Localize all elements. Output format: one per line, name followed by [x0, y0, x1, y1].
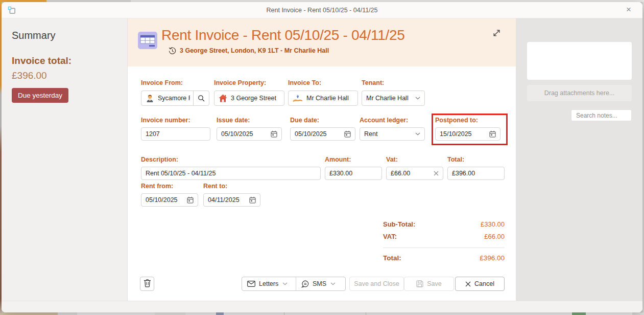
screen: Rent Invoice - Rent 05/10/25 - 04/11/25 … — [0, 0, 644, 315]
envelope-icon — [247, 281, 255, 287]
description-value: Rent 05/10/25 - 04/11/25 — [146, 170, 316, 177]
invoice-total-label: Invoice total: — [12, 55, 71, 66]
rent-invoice-dialog: Rent Invoice - Rent 05/10/25 - 04/11/25 … — [2, 2, 642, 312]
amount-label: Amount: — [325, 156, 351, 163]
invoice-table-icon — [138, 32, 157, 51]
send-buttons-group: Letters SMS — [242, 277, 346, 291]
chevron-down-icon — [415, 97, 420, 100]
due-date-field[interactable]: 05/10/2025 — [290, 127, 355, 141]
rent-to-value: 04/11/2025 — [208, 196, 246, 204]
vat-total-label: VAT: — [383, 233, 397, 240]
clear-x-icon[interactable] — [434, 171, 439, 176]
calendar-icon[interactable] — [249, 196, 256, 204]
invoice-property-field[interactable]: 3 George Street — [214, 91, 284, 106]
tenant-label: Tenant: — [362, 79, 384, 86]
due-date-label: Due date: — [290, 117, 319, 124]
letters-button[interactable]: Letters — [242, 277, 296, 290]
sms-button[interactable]: SMS — [296, 277, 345, 290]
grand-total-value: £396.00 — [480, 254, 505, 262]
rent-from-field[interactable]: 05/10/2025 — [141, 193, 198, 207]
save-and-close-label: Save and Close — [354, 280, 399, 287]
invoice-from-value: Sycamore R — [158, 95, 190, 102]
issue-date-label: Issue date: — [217, 117, 250, 124]
account-ledger-dropdown[interactable]: Rent — [360, 127, 425, 141]
hand-give-icon — [293, 94, 303, 102]
rent-from-label: Rent from: — [141, 183, 173, 190]
invoice-property-label: Invoice Property: — [214, 79, 266, 86]
chevron-down-icon[interactable] — [330, 282, 336, 285]
issue-date-value: 05/10/2025 — [221, 130, 268, 138]
calendar-icon[interactable] — [344, 130, 351, 138]
line-total-value: £396.00 — [452, 170, 500, 177]
floppy-disk-icon — [416, 280, 423, 287]
vat-field[interactable]: £66.00 — [386, 167, 443, 180]
person-icon — [146, 94, 154, 103]
rent-to-label: Rent to: — [203, 183, 227, 190]
save-button[interactable]: Save — [404, 277, 454, 291]
invoice-to-field[interactable]: Mr Charlie Hall — [288, 91, 358, 106]
vat-value: £66.00 — [391, 170, 431, 177]
invoice-to-label: Invoice To: — [288, 79, 321, 86]
subtotal-value: £330.00 — [481, 220, 505, 228]
calendar-icon[interactable] — [271, 130, 277, 138]
postponed-to-field[interactable]: 15/10/2025 — [435, 127, 500, 141]
grand-total-label: Total: — [383, 254, 401, 262]
description-field[interactable]: Rent 05/10/25 - 04/11/25 — [141, 167, 321, 180]
titlebar: Rent Invoice - Rent 05/10/25 - 04/11/25 … — [2, 2, 642, 18]
totals-divider — [383, 248, 505, 248]
vat-total-value: £66.00 — [484, 233, 505, 240]
expand-diagonal-icon[interactable] — [492, 29, 502, 38]
speech-bubble-icon — [301, 280, 309, 288]
amount-field[interactable]: £330.00 — [325, 167, 382, 180]
save-and-close-button[interactable]: Save and Close — [349, 277, 404, 291]
vat-label: Vat: — [386, 156, 398, 163]
search-notes-input[interactable] — [571, 109, 632, 121]
invoice-from-field[interactable]: Sycamore R — [141, 91, 209, 106]
line-total-field[interactable]: £396.00 — [447, 167, 505, 180]
invoice-total-value: £396.00 — [12, 70, 47, 81]
tenant-dropdown[interactable]: Mr Charlie Hall — [362, 91, 425, 106]
window-title: Rent Invoice - Rent 05/10/25 - 04/11/25 — [2, 2, 642, 18]
invoice-form-panel: Rent Invoice - Rent 05/10/25 - 04/11/25 … — [128, 18, 516, 301]
invoice-number-label: Invoice number: — [141, 117, 190, 124]
notes-panel: Drag attachments here... — [516, 18, 642, 301]
attachments-drop-zone[interactable]: Drag attachments here... — [527, 85, 632, 101]
drop-hint: Drag attachments here... — [544, 89, 615, 97]
window-footer — [2, 301, 642, 312]
calendar-icon[interactable] — [187, 196, 194, 204]
invoice-property-value: 3 George Street — [231, 95, 280, 102]
amount-value: £330.00 — [329, 170, 377, 177]
account-ledger-value: Rent — [364, 130, 412, 138]
issue-date-field[interactable]: 05/10/2025 — [217, 127, 282, 141]
postponed-to-value: 15/10/2025 — [440, 130, 486, 138]
trash-icon — [144, 279, 151, 289]
rent-from-value: 05/10/2025 — [146, 196, 184, 204]
invoice-header: Rent Invoice - Rent 05/10/25 - 04/11/25 … — [128, 18, 516, 66]
save-label: Save — [427, 280, 442, 287]
postponed-to-label: Postponed to: — [435, 117, 478, 124]
invoice-from-label: Invoice From: — [141, 79, 183, 86]
notes-box — [527, 42, 632, 80]
account-ledger-label: Account ledger: — [360, 117, 408, 124]
total-label: Total: — [447, 156, 464, 163]
invoice-to-value: Mr Charlie Hall — [306, 95, 353, 102]
letters-label: Letters — [259, 280, 278, 287]
search-icon[interactable] — [194, 91, 209, 105]
cancel-label: Cancel — [474, 280, 494, 287]
invoice-number-field[interactable]: 1207 — [141, 127, 210, 141]
delete-button[interactable] — [140, 277, 154, 291]
summary-sidebar: Summary Invoice total: £396.00 Due yeste… — [2, 18, 128, 301]
calendar-icon[interactable] — [489, 130, 496, 138]
chevron-down-icon[interactable] — [282, 282, 288, 285]
subtotal-label: Sub-Total: — [383, 220, 415, 228]
summary-heading: Summary — [12, 30, 56, 41]
x-icon — [465, 281, 471, 287]
status-badge: Due yesterday — [12, 88, 68, 103]
close-icon[interactable]: × — [620, 2, 637, 18]
cancel-button[interactable]: Cancel — [455, 277, 505, 291]
description-label: Description: — [141, 156, 178, 163]
rent-to-field[interactable]: 04/11/2025 — [203, 193, 260, 207]
due-date-value: 05/10/2025 — [295, 130, 341, 138]
totals-summary: Sub-Total: £330.00 VAT: £66.00 Total: £3… — [383, 220, 505, 266]
sms-label: SMS — [313, 280, 326, 287]
